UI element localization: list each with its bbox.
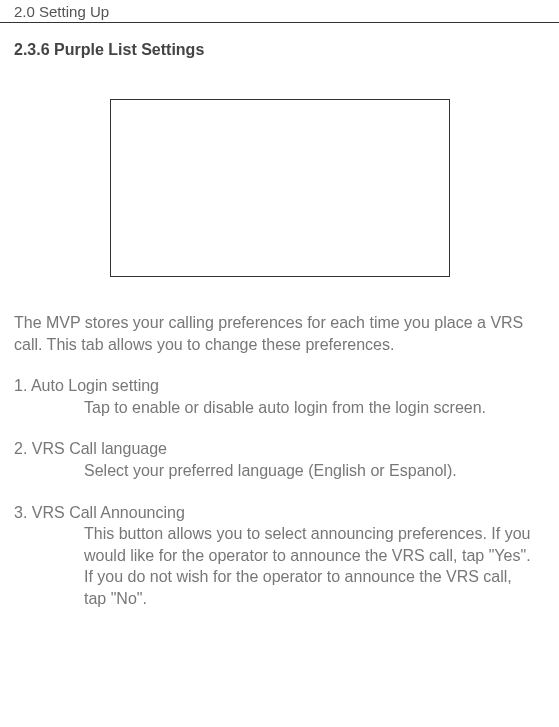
item-desc-3: This button allows you to select announc… bbox=[14, 523, 545, 609]
breadcrumb: 2.0 Setting Up bbox=[14, 3, 109, 20]
page-header: 2.0 Setting Up bbox=[0, 0, 559, 23]
item-title-2: 2. VRS Call language bbox=[14, 438, 545, 460]
section-title: 2.3.6 Purple List Settings bbox=[0, 23, 559, 59]
intro-paragraph: The MVP stores your calling preferences … bbox=[14, 312, 545, 355]
item-desc-2: Select your preferred language (English … bbox=[14, 460, 545, 482]
item-title-3: 3. VRS Call Announcing bbox=[14, 502, 545, 524]
image-placeholder bbox=[110, 99, 450, 277]
item-title-1: 1. Auto Login setting bbox=[14, 375, 545, 397]
item-desc-1: Tap to enable or disable auto login from… bbox=[14, 397, 545, 419]
content-area: The MVP stores your calling preferences … bbox=[0, 312, 559, 610]
